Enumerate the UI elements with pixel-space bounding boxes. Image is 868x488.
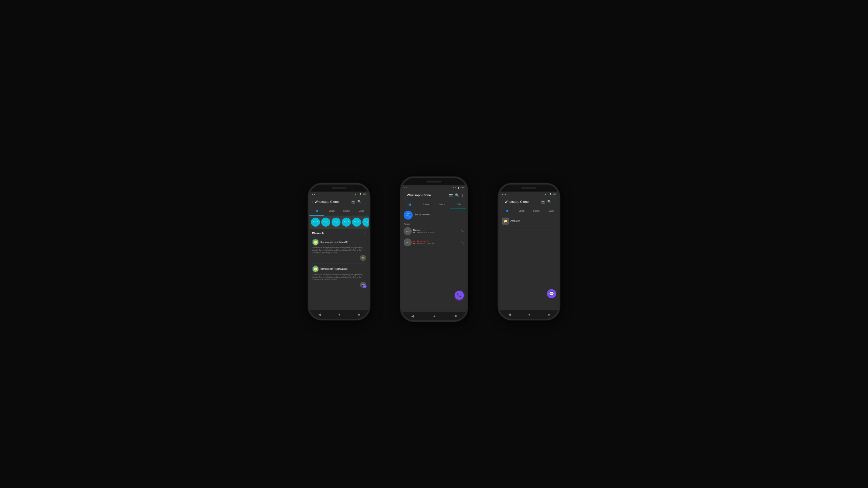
archived-row[interactable]: 📁 Archived [499, 216, 559, 227]
dimas-status-dot [413, 232, 415, 233]
nav-bar-center: ◀ ● ■ [402, 312, 466, 320]
call-item-apple[interactable]: foto 1 Apple Store (3) 1 Januari 2023, 5… [402, 237, 466, 248]
tab-calls-center[interactable]: Calls [450, 200, 467, 209]
archive-icon-glyph: 📁 [504, 219, 507, 223]
svg-point-10 [363, 258, 364, 259]
fab-call-btn[interactable]: 📞 [455, 291, 464, 300]
back-btn-center[interactable]: ‹ [404, 193, 405, 197]
phone-right: ■ ● ■ ▲ ⬆ 🔋 5:16 ‹ Whatsapp Clone 📷 🔍 ⋮ [498, 183, 560, 320]
nav-home-left[interactable]: ● [338, 313, 340, 317]
story-3[interactable]: Story 3 [311, 218, 320, 227]
search-icon-center[interactable]: 🔍 [455, 193, 459, 197]
apple-time: 1 Januari 2023, 5:56 pm [415, 243, 434, 245]
story-4[interactable]: Story 4 [321, 218, 330, 227]
status-bar-left: ● ■ ▲ ⬆ 🔋 5:16 [309, 192, 369, 197]
tab-contacts-left[interactable]: 👥 [309, 206, 324, 216]
more-icon-left[interactable]: ⋮ [363, 200, 367, 203]
more-icon-right[interactable]: ⋮ [553, 200, 557, 203]
call-phone-apple[interactable]: 📞 [461, 240, 464, 244]
status-right-center: ▲ ⬆ 🔋 5:16 [453, 187, 464, 189]
camera-icon-right[interactable]: 📷 [541, 200, 545, 203]
channel-1-action[interactable] [360, 255, 366, 261]
tab-calls-right[interactable]: Calls [544, 206, 559, 216]
camera-icon-left[interactable]: 📷 [351, 200, 355, 203]
fab-chat-btn[interactable]: 💬 [547, 289, 556, 298]
flower-icon-2 [314, 267, 317, 271]
back-button-left[interactable]: ‹ [311, 200, 313, 204]
add-channel-btn[interactable]: + [364, 231, 366, 235]
story-6[interactable]: Story 6 [342, 218, 351, 227]
battery-center: 🔋 [457, 187, 460, 189]
channel-2-action[interactable]: 📷 + [360, 282, 366, 288]
status-square: ■ [314, 194, 315, 195]
contacts-icon-center: 👥 [408, 203, 411, 205]
nav-back-right[interactable]: ◀ [508, 313, 511, 317]
status-left: ● ■ [312, 193, 315, 195]
signal-center: ⬆ [455, 187, 457, 189]
content-center: Add Story Buat link panggilan bla dlsna … [402, 209, 466, 312]
camera-icon-center[interactable]: 📷 [449, 193, 453, 197]
svg-point-8 [364, 257, 364, 258]
tab-status-center[interactable]: Status [434, 200, 450, 209]
tab-calls-left[interactable]: Calls [354, 206, 369, 216]
call-phone-dimas[interactable]: 📞 [461, 229, 464, 233]
signal-right: ⬆ [547, 193, 549, 195]
tab-status-left[interactable]: Status [339, 206, 354, 216]
nav-home-right[interactable]: ● [528, 313, 530, 317]
channel-2-name: Kementerian Kesehatan RI [320, 268, 347, 270]
recent-label: Recent [402, 221, 466, 226]
channel-2-header: Kementerian Kesehatan RI [312, 265, 366, 272]
nav-bar-right: ◀ ● ■ [499, 310, 559, 319]
add-label: Add [407, 213, 410, 215]
time-center: 5:16 [460, 187, 464, 189]
story-5[interactable]: Story 5 [332, 218, 341, 227]
wifi-icon: ▲ [355, 193, 356, 195]
more-icon-center[interactable]: ⋮ [461, 193, 464, 197]
status-bar-right: ■ ● ■ ▲ ⬆ 🔋 5:16 [499, 192, 559, 197]
tab-contacts-right[interactable]: 👥 [499, 206, 514, 216]
nav-recent-left[interactable]: ■ [358, 313, 360, 317]
battery-right: 🔋 [550, 193, 552, 195]
nav-back-center[interactable]: ◀ [411, 314, 414, 318]
contacts-icon-right: 👥 [505, 209, 508, 212]
add-story-row[interactable]: Add Story Buat link panggilan bla dlsna [402, 209, 466, 221]
app-title-center: Whatsapp Clone [407, 193, 447, 197]
svg-point-11 [362, 258, 363, 259]
time-left: 5:16 [363, 193, 366, 195]
nav-back-left[interactable]: ◀ [318, 313, 321, 317]
apple-status-dot [413, 243, 415, 245]
story-7[interactable]: Story 7 [352, 218, 361, 227]
fab-call-icon: 📞 [457, 293, 462, 297]
back-btn-right[interactable]: ‹ [501, 200, 503, 204]
nav-recent-right[interactable]: ■ [548, 313, 550, 317]
channel-item-2[interactable]: Kementerian Kesehatan RI Lorem Ipsum is … [309, 263, 369, 290]
phone-center: ● ■ ▲ ⬆ 🔋 5:16 ‹ Whatsapp Clone 📷 🔍 ⋮ [400, 176, 468, 322]
svg-point-13 [363, 257, 364, 258]
search-icon-left[interactable]: 🔍 [357, 200, 361, 203]
app-icons-right: 📷 🔍 ⋮ [541, 200, 557, 203]
apple-status: 1 Januari 2023, 5:56 pm [413, 243, 459, 245]
app-bar-icons-left: 📷 🔍 ⋮ [351, 200, 367, 203]
nav-recent-center[interactable]: ■ [455, 314, 457, 318]
story-8[interactable]: Story 8 [362, 218, 369, 227]
phone-notch-right [499, 185, 559, 192]
channel-1-logo [312, 239, 319, 246]
time-right: 5:16 [553, 193, 556, 195]
tab-contacts-center[interactable]: 👥 [402, 200, 418, 209]
search-icon-right[interactable]: 🔍 [547, 200, 551, 203]
tab-chats-center[interactable]: Chats [418, 200, 434, 209]
wifi-right: ▲ [545, 193, 547, 195]
tab-status-right[interactable]: Status [529, 206, 544, 216]
call-item-dimas[interactable]: foto 1 Dimas 1 Januari 2023, 2:56 pm 📞 [402, 226, 466, 237]
status-bar-center: ● ■ ▲ ⬆ 🔋 5:16 [402, 185, 466, 191]
content-right: 📁 Archived 💬 [499, 216, 559, 310]
app-title-left: Whatsapp Clone [315, 200, 350, 203]
channel-item-1[interactable]: Kementerian Kesehatan RI Lorem Ipsum is … [309, 237, 369, 263]
tab-chats-right[interactable]: Chats [514, 206, 529, 216]
tab-chats-left[interactable]: Chats [324, 206, 339, 216]
status-left-right: ■ ● ■ [502, 193, 506, 195]
tabs-center: 👥 Chats Status Calls [402, 200, 466, 209]
nav-home-center[interactable]: ● [433, 314, 435, 318]
notch-pill-right [522, 187, 536, 189]
svg-point-6 [315, 241, 316, 242]
